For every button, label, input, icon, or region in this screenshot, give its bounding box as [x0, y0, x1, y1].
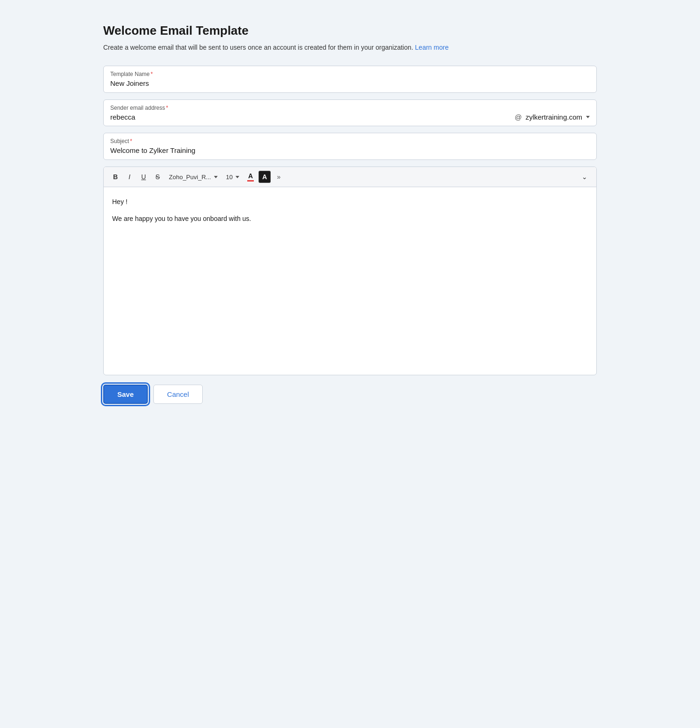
learn-more-link[interactable]: Learn more: [415, 44, 449, 51]
required-star-sender: *: [166, 105, 168, 111]
required-star: *: [151, 71, 153, 77]
cancel-button[interactable]: Cancel: [153, 385, 203, 404]
template-name-field: Template Name*: [103, 66, 597, 93]
font-family-dropdown[interactable]: Zoho_Puvi_R...: [166, 171, 221, 183]
strikethrough-button[interactable]: S: [152, 171, 164, 183]
editor-toolbar: B I U S Zoho_Puvi_R... 10 A A » ⌄: [104, 167, 596, 187]
domain-text: zylkertraining.com: [525, 113, 582, 121]
font-color-letter: A: [248, 172, 253, 180]
domain-select[interactable]: zylkertraining.com: [525, 113, 590, 121]
sender-email-field: Sender email address* @ zylkertraining.c…: [103, 99, 597, 126]
page-description: Create a welcome email that will be sent…: [103, 43, 597, 53]
subject-label: Subject*: [110, 138, 590, 144]
save-button[interactable]: Save: [103, 385, 148, 404]
page-title: Welcome Email Template: [103, 23, 597, 38]
editor-body[interactable]: Hey ! We are happy you to have you onboa…: [104, 187, 596, 375]
chevron-down-icon: [586, 116, 590, 118]
sender-email-wrapper: @ zylkertraining.com: [110, 113, 590, 121]
font-family-chevron-icon: [214, 176, 218, 178]
editor-container: B I U S Zoho_Puvi_R... 10 A A » ⌄: [103, 167, 597, 375]
bold-button[interactable]: B: [109, 171, 122, 183]
template-name-input[interactable]: [110, 79, 590, 87]
sender-email-local-input[interactable]: [110, 113, 511, 121]
sender-email-label: Sender email address*: [110, 105, 590, 111]
template-name-label: Template Name*: [110, 71, 590, 77]
more-options-button[interactable]: »: [273, 171, 285, 183]
italic-button[interactable]: I: [123, 171, 136, 183]
font-highlight-letter: A: [262, 173, 267, 181]
subject-input[interactable]: [110, 146, 590, 154]
font-size-chevron-icon: [236, 176, 239, 178]
page-container: Welcome Email Template Create a welcome …: [94, 9, 606, 418]
editor-line-2: We are happy you to have you onboard wit…: [112, 213, 588, 225]
font-color-bar: [247, 180, 254, 182]
subject-field: Subject*: [103, 133, 597, 160]
editor-line-1: Hey !: [112, 197, 588, 208]
font-highlight-button[interactable]: A: [259, 171, 271, 183]
font-size-dropdown[interactable]: 10: [223, 171, 243, 183]
font-color-button[interactable]: A: [244, 171, 257, 183]
underline-button[interactable]: U: [137, 171, 150, 183]
collapse-toolbar-button[interactable]: ⌄: [578, 171, 591, 183]
action-buttons: Save Cancel: [103, 385, 597, 404]
required-star-subject: *: [130, 138, 132, 144]
at-symbol: @: [515, 113, 522, 121]
